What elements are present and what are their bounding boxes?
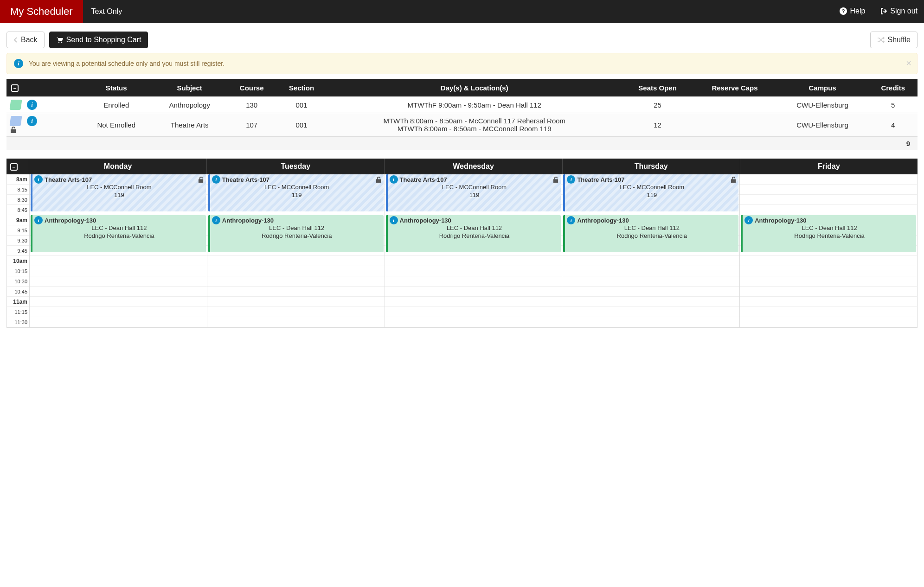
time-label: 9:45 bbox=[7, 246, 29, 256]
info-icon[interactable]: i bbox=[212, 175, 220, 184]
calendar: – Monday Tuesday Wednesday Thursday Frid… bbox=[0, 150, 924, 328]
event-detail: LEC - MCConnell Room bbox=[567, 184, 737, 191]
calendar-event-anthro[interactable]: iAnthropology-130LEC - Dean Hall 112Rodr… bbox=[31, 215, 206, 252]
cell-days: MTWTh 8:00am - 8:50am - McConnell 117 Re… bbox=[327, 113, 622, 137]
cell-campus: CWU-Ellensburg bbox=[776, 113, 869, 137]
shuffle-label: Shuffle bbox=[887, 36, 911, 44]
info-icon[interactable]: i bbox=[34, 175, 43, 184]
course-table: – Status Subject Course Section Day(s) &… bbox=[6, 79, 918, 150]
collapse-calendar-button[interactable]: – bbox=[10, 163, 18, 171]
lock-icon[interactable] bbox=[376, 176, 382, 183]
info-icon[interactable]: i bbox=[567, 216, 575, 224]
lock-icon[interactable] bbox=[198, 176, 204, 183]
event-detail: Rodrigo Renteria-Valencia bbox=[567, 232, 737, 240]
cell-section: 001 bbox=[276, 113, 327, 137]
time-label: 11:30 bbox=[7, 317, 29, 327]
course-color-swatch bbox=[9, 116, 22, 126]
info-icon[interactable]: i bbox=[27, 100, 37, 110]
cell-course: 130 bbox=[227, 97, 276, 113]
day-header: Friday bbox=[740, 159, 918, 174]
info-icon[interactable]: i bbox=[27, 116, 37, 126]
calendar-event-anthro[interactable]: iAnthropology-130LEC - Dean Hall 112Rodr… bbox=[386, 215, 561, 252]
day-column: iTheatre Arts-107LEC - MCConnell Room119… bbox=[562, 174, 739, 327]
cell-credits: 5 bbox=[869, 97, 918, 113]
event-title: Theatre Arts-107 bbox=[222, 176, 270, 183]
event-detail: LEC - Dean Hall 112 bbox=[390, 224, 559, 232]
shuffle-button[interactable]: Shuffle bbox=[870, 32, 918, 48]
info-icon[interactable]: i bbox=[744, 216, 753, 224]
svg-text:?: ? bbox=[842, 8, 845, 14]
time-label: 8:30 bbox=[7, 195, 29, 205]
info-icon[interactable]: i bbox=[390, 216, 398, 224]
lock-icon[interactable] bbox=[553, 176, 559, 183]
info-icon[interactable]: i bbox=[390, 175, 398, 184]
cell-days: MTWThF 9:00am - 9:50am - Dean Hall 112 bbox=[327, 97, 622, 113]
app-brand[interactable]: My Scheduler bbox=[0, 0, 83, 23]
alert-close-button[interactable]: × bbox=[906, 58, 911, 69]
th-status: Status bbox=[81, 79, 152, 97]
th-credits: Credits bbox=[869, 79, 918, 97]
cell-campus: CWU-Ellensburg bbox=[776, 97, 869, 113]
time-label: 9:15 bbox=[7, 225, 29, 236]
time-label: 8:15 bbox=[7, 185, 29, 195]
calendar-event-theatre[interactable]: iTheatre Arts-107LEC - MCConnell Room119 bbox=[208, 174, 384, 211]
calendar-event-theatre[interactable]: iTheatre Arts-107LEC - MCConnell Room119 bbox=[386, 174, 561, 211]
info-icon: i bbox=[14, 59, 23, 68]
event-detail: LEC - Dean Hall 112 bbox=[212, 224, 382, 232]
sign-out-label: Sign out bbox=[890, 7, 918, 15]
calendar-event-anthro[interactable]: iAnthropology-130LEC - Dean Hall 112Rodr… bbox=[563, 215, 738, 252]
navbar: My Scheduler Text Only ? Help Sign out bbox=[0, 0, 924, 23]
event-detail: 119 bbox=[567, 191, 737, 199]
lock-icon[interactable] bbox=[731, 176, 737, 183]
time-label: 9:30 bbox=[7, 236, 29, 246]
calendar-event-theatre[interactable]: iTheatre Arts-107LEC - MCConnell Room119 bbox=[563, 174, 738, 211]
day-header: Wednesday bbox=[384, 159, 562, 174]
day-header: Monday bbox=[29, 159, 206, 174]
calendar-event-theatre[interactable]: iTheatre Arts-107LEC - MCConnell Room119 bbox=[31, 174, 206, 211]
event-detail: Rodrigo Renteria-Valencia bbox=[212, 232, 382, 240]
th-subject: Subject bbox=[152, 79, 227, 97]
cell-section: 001 bbox=[276, 97, 327, 113]
back-button[interactable]: Back bbox=[6, 32, 45, 48]
cell-seats: 25 bbox=[622, 97, 693, 113]
calendar-event-anthro[interactable]: iAnthropology-130LEC - Dean Hall 112Rodr… bbox=[208, 215, 384, 252]
cell-course: 107 bbox=[227, 113, 276, 137]
help-label: Help bbox=[850, 7, 865, 15]
navbar-right: ? Help Sign out bbox=[833, 7, 924, 16]
sign-out-icon bbox=[880, 7, 887, 15]
info-icon[interactable]: i bbox=[212, 216, 220, 224]
day-column: iTheatre Arts-107LEC - MCConnell Room119… bbox=[207, 174, 385, 327]
time-label: 8am bbox=[7, 174, 29, 185]
calendar-event-anthro[interactable]: iAnthropology-130LEC - Dean Hall 112Rodr… bbox=[741, 215, 916, 252]
day-header: Tuesday bbox=[206, 159, 384, 174]
th-section: Section bbox=[276, 79, 327, 97]
info-icon[interactable]: i bbox=[567, 175, 575, 184]
event-detail: Rodrigo Renteria-Valencia bbox=[390, 232, 559, 240]
day-header: Thursday bbox=[562, 159, 740, 174]
time-label: 8:45 bbox=[7, 205, 29, 215]
lock-icon[interactable] bbox=[10, 126, 77, 134]
collapse-all-button[interactable]: – bbox=[11, 84, 19, 92]
send-to-cart-button[interactable]: Send to Shopping Cart bbox=[49, 32, 148, 48]
event-title: Anthropology-130 bbox=[755, 217, 806, 224]
toolbar: Back Send to Shopping Cart Shuffle bbox=[0, 23, 924, 53]
event-title: Anthropology-130 bbox=[577, 217, 629, 224]
th-seats: Seats Open bbox=[622, 79, 693, 97]
event-title: Anthropology-130 bbox=[400, 217, 451, 224]
table-row: i Not Enrolled Theatre Arts 107 001 MTWT… bbox=[6, 113, 918, 137]
event-detail: Rodrigo Renteria-Valencia bbox=[744, 232, 914, 240]
cart-label: Send to Shopping Cart bbox=[66, 36, 141, 44]
event-detail: LEC - MCConnell Room bbox=[212, 184, 382, 191]
help-link[interactable]: ? Help bbox=[833, 7, 872, 15]
info-icon[interactable]: i bbox=[34, 216, 43, 224]
text-only-link[interactable]: Text Only bbox=[83, 7, 131, 16]
time-label: 10:45 bbox=[7, 287, 29, 297]
cell-seats: 12 bbox=[622, 113, 693, 137]
shuffle-icon bbox=[877, 37, 885, 43]
time-label: 10am bbox=[7, 256, 29, 266]
event-title: Anthropology-130 bbox=[45, 217, 96, 224]
th-reserve: Reserve Caps bbox=[693, 79, 776, 97]
sign-out-link[interactable]: Sign out bbox=[873, 7, 924, 15]
svg-point-3 bbox=[61, 42, 62, 43]
event-title: Theatre Arts-107 bbox=[45, 176, 92, 183]
